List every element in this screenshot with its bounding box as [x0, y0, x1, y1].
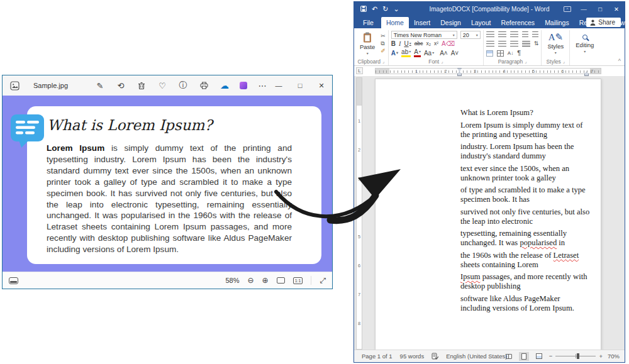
zoom-out-icon[interactable]: ⊖ — [248, 276, 254, 285]
show-formatting-marks-icon[interactable]: ¶ — [517, 50, 521, 56]
tab-layout[interactable]: Layout — [466, 17, 496, 28]
tab-home[interactable]: Home — [381, 17, 409, 28]
maximize-button[interactable]: □ — [289, 75, 311, 96]
strikethrough-button[interactable]: abc — [415, 40, 423, 47]
delete-icon[interactable] — [136, 80, 147, 91]
zoom-in-icon[interactable]: ⊕ — [262, 276, 269, 285]
print-icon[interactable] — [198, 80, 209, 91]
fullscreen-icon[interactable]: ⤢ — [320, 276, 326, 285]
document-paragraph[interactable]: typesetting, remaining essentially uncha… — [460, 229, 590, 248]
styles-button[interactable]: A✎ Styles ▾ — [544, 30, 567, 57]
clipchamp-icon[interactable] — [240, 82, 247, 89]
dialog-launcher-icon[interactable]: ⌟ — [441, 59, 443, 64]
align-right-icon[interactable] — [510, 41, 518, 47]
align-left-icon[interactable] — [486, 41, 494, 47]
dialog-launcher-icon[interactable]: ⌟ — [525, 59, 526, 64]
ribbon-display-options-icon[interactable]: ˄ — [559, 2, 576, 16]
font-name-combobox[interactable]: Times New Roman▾ — [391, 31, 457, 39]
zoom-thumb[interactable] — [577, 353, 579, 359]
save-icon[interactable] — [360, 6, 367, 12]
document-paragraph[interactable]: Lorem Ipsum is simply dummy text of the … — [460, 121, 590, 140]
misspelled-word[interactable]: Ipsum — [460, 272, 480, 281]
font-color-button[interactable]: A▾ — [414, 48, 421, 57]
align-center-icon[interactable] — [498, 41, 506, 47]
tab-insert[interactable]: Insert — [409, 17, 435, 28]
borders-icon[interactable] — [497, 50, 504, 57]
document-paragraph[interactable]: of type and scrambled it to make a type … — [460, 185, 590, 204]
line-spacing-icon[interactable]: ⇅ — [534, 41, 539, 47]
word-count[interactable]: 95 words — [400, 353, 425, 360]
onedrive-icon[interactable]: ☁ — [219, 80, 230, 91]
text-highlight-button[interactable]: ab▾ — [401, 48, 411, 57]
bullets-icon[interactable] — [486, 31, 494, 38]
actual-size-icon[interactable]: 1:1 — [293, 277, 303, 284]
document-text[interactable]: What is Lorem Ipsum? Lorem Ipsum is simp… — [460, 108, 590, 316]
proofing-icon[interactable] — [431, 353, 438, 360]
document-paragraph[interactable]: software like Aldus PageMaker including … — [460, 294, 590, 313]
numbering-icon[interactable] — [498, 31, 506, 38]
collapse-ribbon-icon[interactable]: ^ — [618, 58, 621, 64]
decrease-indent-icon[interactable] — [522, 31, 528, 38]
zoom-out-button[interactable]: − — [549, 353, 553, 360]
dialog-launcher-icon[interactable]: ⌟ — [382, 59, 384, 64]
italic-button[interactable]: I — [399, 40, 401, 47]
tab-mailings[interactable]: Mailings — [540, 17, 574, 28]
photo-canvas[interactable]: What is Lorem Ipsum? Lorem Ipsum is simp… — [3, 96, 332, 272]
editing-button[interactable]: Editing ▾ — [572, 30, 597, 57]
copy-icon[interactable]: ⧉ — [381, 41, 386, 47]
document-paragraph[interactable]: Ipsum passages, and more recently with d… — [460, 272, 590, 291]
dialog-launcher-icon[interactable]: ⌟ — [563, 59, 565, 64]
sort-icon[interactable]: A↓ — [508, 50, 513, 56]
document-paragraph[interactable]: text ever since the 1500s, when an unkno… — [460, 164, 590, 183]
minimize-button[interactable]: — — [576, 2, 592, 16]
tab-design[interactable]: Design — [435, 17, 466, 28]
print-layout-icon[interactable] — [519, 352, 529, 361]
justify-icon[interactable] — [522, 41, 530, 47]
close-button[interactable]: ✕ — [608, 2, 625, 16]
web-layout-icon[interactable] — [534, 352, 544, 361]
document-page[interactable]: What is Lorem Ipsum? Lorem Ipsum is simp… — [375, 79, 601, 350]
fit-to-window-icon[interactable] — [277, 277, 285, 284]
grow-font-button[interactable]: A˄ — [440, 50, 448, 57]
change-case-button[interactable]: Aa▾ — [424, 50, 434, 57]
multilevel-list-icon[interactable] — [510, 31, 518, 38]
more-options-icon[interactable]: ⋯ — [257, 80, 268, 91]
language-indicator[interactable]: English (United States) — [446, 353, 507, 360]
filmstrip-toggle-icon[interactable] — [9, 277, 18, 284]
font-size-combobox[interactable]: 20▾ — [460, 31, 481, 39]
maximize-button[interactable]: □ — [592, 2, 608, 16]
zoom-track[interactable] — [555, 356, 596, 356]
favorite-icon[interactable]: ♡ — [157, 80, 168, 91]
customize-qat-icon[interactable]: ⌄ — [393, 5, 399, 13]
shading-icon[interactable] — [486, 50, 493, 57]
format-painter-icon[interactable]: ✐ — [381, 48, 386, 54]
tab-file[interactable]: File — [355, 17, 381, 28]
shrink-font-button[interactable]: A˅ — [451, 50, 459, 57]
misspelled-word[interactable]: Letraset — [554, 251, 579, 260]
share-button[interactable]: Share — [586, 18, 621, 27]
edit-image-icon[interactable]: ✎ — [94, 80, 106, 91]
rotate-icon[interactable]: ⟲ — [115, 80, 126, 91]
misspelled-word[interactable]: popularised — [520, 238, 557, 247]
read-mode-icon[interactable] — [504, 352, 514, 361]
redo-icon[interactable]: ↻ — [382, 5, 388, 13]
paste-button[interactable]: Paste ▾ — [357, 30, 378, 57]
cut-icon[interactable]: ✂ — [381, 33, 386, 39]
document-paragraph[interactable]: survived not only five centuries, but al… — [460, 207, 590, 226]
document-heading[interactable]: What is Lorem Ipsum? — [460, 108, 590, 118]
minimize-button[interactable]: — — [268, 75, 289, 96]
info-icon[interactable]: ⓘ — [177, 80, 189, 91]
text-effects-button[interactable]: A▾ — [391, 50, 398, 57]
tab-references[interactable]: References — [496, 17, 540, 28]
zoom-in-button[interactable]: + — [599, 353, 603, 360]
undo-icon[interactable]: ↶ — [372, 5, 377, 13]
close-button[interactable]: ✕ — [311, 75, 332, 96]
underline-button[interactable]: U▾ — [404, 40, 411, 47]
page-indicator[interactable]: Page 1 of 1 — [362, 353, 392, 360]
zoom-percentage[interactable]: 70% — [608, 353, 620, 360]
document-paragraph[interactable]: industry. Lorem Ipsum has been the indus… — [460, 142, 590, 161]
superscript-button[interactable]: x² — [434, 40, 438, 47]
subscript-button[interactable]: x₂ — [426, 40, 431, 47]
bold-button[interactable]: B — [391, 40, 396, 47]
clear-formatting-icon[interactable]: A⌫ — [442, 40, 455, 47]
